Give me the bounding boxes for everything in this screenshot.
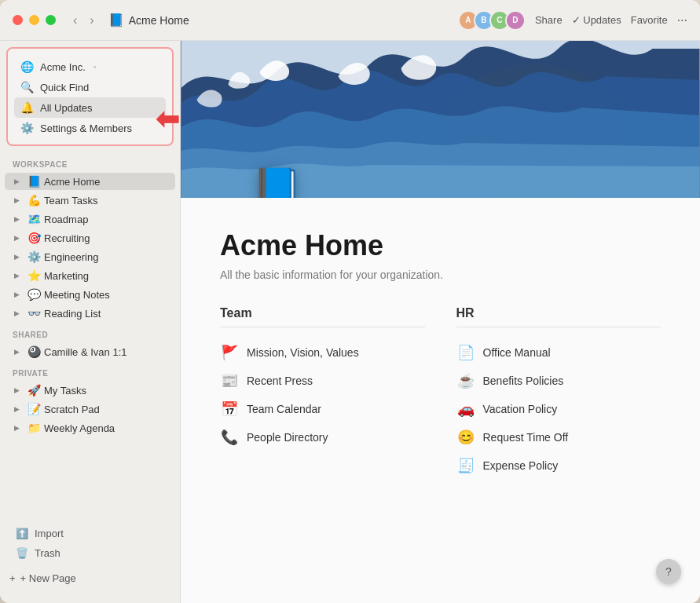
all-updates-label: All Updates — [40, 102, 92, 114]
private-section-label: PRIVATE — [0, 361, 180, 381]
car-icon: 🚗 — [456, 400, 475, 418]
scratch-pad-label: Scratch Pad — [44, 404, 169, 415]
nav-buttons: ‹ › — [68, 12, 99, 29]
billiard-icon: 🎱 — [27, 345, 41, 358]
titlebar-actions: A B C D Share ✓ Updates Favorite ··· — [458, 10, 687, 31]
newspaper-icon: 📰 — [220, 372, 239, 389]
office-manual-link[interactable]: 📄 Office Manual — [456, 338, 662, 367]
team-calendar-label: Team Calendar — [247, 403, 321, 415]
sidebar-item-engineering[interactable]: ▶ ⚙️ Engineering — [5, 248, 175, 265]
sidebar-item-quick-find[interactable]: 🔍 Quick Find — [14, 77, 166, 97]
share-button[interactable]: Share — [535, 14, 563, 26]
mission-vision-link[interactable]: 🚩 Mission, Vision, Values — [220, 338, 425, 367]
memo-icon: 📝 — [27, 403, 41, 415]
expand-arrow-icon: ▶ — [14, 348, 24, 356]
phone-icon: 📞 — [220, 429, 239, 446]
flag-icon: 🚩 — [220, 344, 239, 361]
sidebar-item-roadmap[interactable]: ▶ 🗺️ Roadmap — [5, 210, 175, 228]
sidebar-item-my-tasks[interactable]: ▶ 🚀 My Tasks — [5, 382, 175, 399]
maximize-button[interactable] — [46, 15, 56, 25]
roadmap-label: Roadmap — [44, 214, 169, 225]
app-window: ‹ › 📘 Acme Home A B C D Share ✓ Updates … — [0, 0, 700, 603]
import-icon: ⬆️ — [16, 528, 28, 539]
hr-col-title: HR — [456, 306, 662, 327]
new-page-button[interactable]: + + New Page — [0, 566, 180, 590]
people-directory-link[interactable]: 📞 People Directory — [220, 423, 425, 451]
expand-arrow-icon: ▶ — [14, 272, 24, 280]
page-main-title: Acme Home — [220, 229, 661, 262]
sidebar-item-settings[interactable]: ⚙️ Settings & Members — [14, 118, 166, 138]
sidebar-item-acme-inc[interactable]: 🌐 Acme Inc. ◦ — [14, 57, 166, 77]
team-calendar-link[interactable]: 📅 Team Calendar — [220, 395, 425, 423]
star-icon: ⭐ — [27, 269, 41, 282]
acme-inc-label: Acme Inc. — [40, 61, 86, 73]
plus-icon: + — [9, 572, 16, 584]
acme-inc-suffix: ◦ — [93, 62, 97, 71]
engineering-label: Engineering — [44, 251, 169, 263]
expense-policy-link[interactable]: 🧾 Expense Policy — [456, 451, 662, 480]
sidebar-item-acme-home[interactable]: ▶ 📘 Acme Home — [5, 173, 175, 190]
benefits-policies-label: Benefits Policies — [483, 375, 564, 387]
globe-icon: 🌐 — [20, 60, 34, 73]
chat-icon: 💬 — [27, 288, 41, 301]
content-area: 📘 Acme Home All the basic information fo… — [181, 41, 700, 603]
sidebar-item-marketing[interactable]: ▶ ⭐ Marketing — [5, 267, 175, 284]
weekly-agenda-label: Weekly Agenda — [44, 422, 169, 434]
expand-arrow-icon: ▶ — [14, 234, 24, 242]
main-layout: 🌐 Acme Inc. ◦ 🔍 Quick Find 🔔 All Updates… — [0, 41, 700, 603]
team-tasks-label: Team Tasks — [44, 195, 169, 206]
sidebar-item-recruiting[interactable]: ▶ 🎯 Recruiting — [5, 229, 175, 247]
content-body: Acme Home All the basic information for … — [181, 198, 700, 511]
glasses-icon: 👓 — [27, 307, 41, 320]
meeting-notes-label: Meeting Notes — [44, 289, 169, 301]
forward-button[interactable]: › — [85, 12, 98, 29]
smile-icon: 😊 — [456, 429, 475, 446]
arrow-annotation: ⬅ — [156, 105, 179, 133]
workspace-section-label: WORKSPACE — [0, 152, 180, 172]
expand-arrow-icon: ▶ — [14, 215, 24, 223]
camille-ivan-label: Camille & Ivan 1:1 — [44, 346, 169, 358]
mission-vision-label: Mission, Vision, Values — [247, 346, 359, 359]
acme-home-nav-label: Acme Home — [44, 176, 169, 188]
back-button[interactable]: ‹ — [68, 12, 82, 29]
office-manual-label: Office Manual — [483, 346, 551, 359]
page-icon-title: 📘 Acme Home — [108, 13, 458, 27]
hr-link-list: 📄 Office Manual ☕ Benefits Policies 🚗 Va… — [456, 338, 662, 480]
import-button[interactable]: ⬆️ Import — [13, 524, 167, 543]
target-icon: 🎯 — [27, 232, 41, 244]
sidebar-item-weekly-agenda[interactable]: ▶ 📁 Weekly Agenda — [5, 419, 175, 437]
recent-press-label: Recent Press — [247, 375, 313, 387]
sidebar-item-meeting-notes[interactable]: ▶ 💬 Meeting Notes — [5, 286, 175, 303]
sidebar-item-all-updates[interactable]: 🔔 All Updates — [14, 97, 166, 118]
quick-find-label: Quick Find — [40, 82, 89, 93]
page-subtitle: All the basic information for your organ… — [220, 269, 661, 281]
document-icon: 📄 — [456, 344, 475, 361]
folder-icon: 📁 — [27, 422, 41, 434]
trash-button[interactable]: 🗑️ Trash — [13, 543, 167, 563]
minimize-button[interactable] — [29, 15, 39, 25]
more-button[interactable]: ··· — [677, 13, 687, 27]
sidebar-item-reading-list[interactable]: ▶ 👓 Reading List — [5, 305, 175, 322]
avatar-group: A B C D — [458, 10, 526, 31]
help-button[interactable]: ? — [656, 559, 681, 584]
receipt-icon: 🧾 — [456, 457, 475, 474]
bell-icon: 🔔 — [20, 101, 34, 114]
recent-press-link[interactable]: 📰 Recent Press — [220, 367, 425, 395]
favorite-button[interactable]: Favorite — [631, 14, 668, 26]
coffee-icon: ☕ — [456, 372, 475, 389]
updates-button[interactable]: ✓ Updates — [572, 14, 621, 26]
traffic-lights — [13, 15, 56, 25]
benefits-policies-link[interactable]: ☕ Benefits Policies — [456, 367, 662, 395]
sidebar-item-camille-ivan[interactable]: ▶ 🎱 Camille & Ivan 1:1 — [5, 343, 175, 360]
expense-policy-label: Expense Policy — [483, 459, 559, 472]
request-time-off-link[interactable]: 😊 Request Time Off — [456, 423, 662, 451]
expand-arrow-icon: ▶ — [14, 177, 24, 185]
sidebar-item-team-tasks[interactable]: ▶ 💪 Team Tasks — [5, 192, 175, 209]
map-icon: 🗺️ — [27, 213, 41, 225]
sidebar-item-scratch-pad[interactable]: ▶ 📝 Scratch Pad — [5, 400, 175, 418]
avatar-4: D — [505, 10, 526, 31]
reading-list-label: Reading List — [44, 308, 169, 320]
expand-arrow-icon: ▶ — [14, 253, 24, 261]
close-button[interactable] — [13, 15, 23, 25]
vacation-policy-link[interactable]: 🚗 Vacation Policy — [456, 395, 662, 423]
